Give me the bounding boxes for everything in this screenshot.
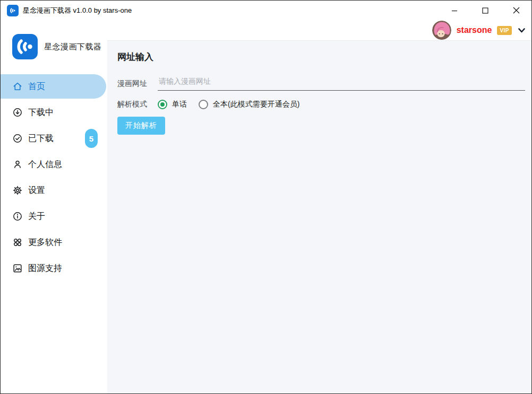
titlebar: 星念漫画下载器 v1.0.0 by stars-one — [1, 1, 531, 20]
sidebar-item-label: 下载中 — [28, 107, 54, 118]
mode-label: 解析模式 — [117, 100, 149, 109]
sidebar-item-image-sources[interactable]: 图源支持 — [1, 256, 107, 281]
chevron-down-icon[interactable] — [518, 28, 525, 33]
sidebar-item-label: 设置 — [28, 185, 45, 196]
titlebar-left: 星念漫画下载器 v1.0.0 by stars-one — [1, 5, 132, 16]
home-icon — [12, 81, 23, 92]
username: starsone — [457, 25, 492, 35]
sidebar-item-label: 图源支持 — [28, 263, 62, 274]
user-icon — [12, 159, 23, 170]
sidebar-item-about[interactable]: 关于 — [1, 204, 107, 229]
start-parse-button[interactable]: 开始解析 — [117, 117, 165, 135]
radio-dot — [160, 102, 165, 107]
sidebar-item-label: 更多软件 — [28, 237, 62, 248]
radio-single-chapter-label[interactable]: 单话 — [172, 100, 187, 109]
window-controls — [439, 1, 531, 20]
sidebar-item-more-software[interactable]: 更多软件 — [1, 230, 107, 255]
gear-icon — [12, 185, 23, 196]
topbar: starsone VIP — [107, 20, 531, 41]
avatar[interactable] — [432, 21, 451, 40]
radio-full-book[interactable] — [199, 100, 208, 109]
url-input-row: 漫画网址 — [117, 77, 525, 91]
radio-single-chapter[interactable] — [158, 100, 167, 109]
sidebar-item-home[interactable]: 首页 — [1, 74, 106, 99]
parse-mode-row: 解析模式 单话 全本(此模式需要开通会员) — [117, 100, 525, 109]
user-menu[interactable]: starsone VIP — [432, 21, 525, 40]
app-window: 星念漫画下载器 v1.0.0 by stars-one — [0, 0, 532, 394]
close-button[interactable] — [501, 1, 531, 20]
sidebar-item-downloading[interactable]: 下载中 — [1, 100, 107, 125]
sidebar-item-settings[interactable]: 设置 — [1, 178, 107, 203]
sidebar-item-label: 个人信息 — [28, 159, 62, 170]
sidebar-item-label: 关于 — [28, 211, 45, 222]
sidebar-item-profile[interactable]: 个人信息 — [1, 152, 107, 177]
sidebar-item-label: 已下载 — [28, 133, 54, 144]
apps-grid-icon — [12, 237, 23, 248]
mode-radio-group: 单话 全本(此模式需要开通会员) — [158, 100, 299, 109]
sidebar-item-downloaded[interactable]: 已下载 5 — [1, 126, 107, 151]
comic-url-input[interactable] — [158, 77, 525, 91]
app-logo-icon — [7, 5, 19, 16]
vip-badge: VIP — [497, 26, 512, 35]
url-label: 漫画网址 — [117, 79, 149, 89]
sidebar-item-label: 首页 — [28, 81, 45, 92]
brand-name: 星念漫画下载器 — [44, 42, 102, 52]
sidebar-menu: 首页 下载中 已下载 — [1, 74, 107, 282]
downloaded-count-badge: 5 — [85, 129, 98, 148]
check-circle-icon — [12, 133, 23, 144]
window-title: 星念漫画下载器 v1.0.0 by stars-one — [23, 6, 132, 15]
main-content: 网址输入 漫画网址 解析模式 单话 全本(此模式需要开通会员) 开始解析 — [107, 41, 531, 393]
sidebar: 星念漫画下载器 首页 — [1, 20, 107, 393]
brand-logo-icon — [12, 34, 38, 59]
maximize-button[interactable] — [470, 1, 501, 20]
minimize-button[interactable] — [439, 1, 470, 20]
image-icon — [12, 263, 23, 274]
info-circle-icon — [12, 211, 23, 222]
download-circle-icon — [12, 107, 23, 118]
radio-full-book-label[interactable]: 全本(此模式需要开通会员) — [213, 100, 299, 109]
right-pane: starsone VIP 网址输入 漫画网址 解析模式 — [107, 20, 531, 393]
brand: 星念漫画下载器 — [1, 20, 107, 59]
app-body: 星念漫画下载器 首页 — [1, 20, 531, 393]
section-title: 网址输入 — [117, 51, 525, 63]
